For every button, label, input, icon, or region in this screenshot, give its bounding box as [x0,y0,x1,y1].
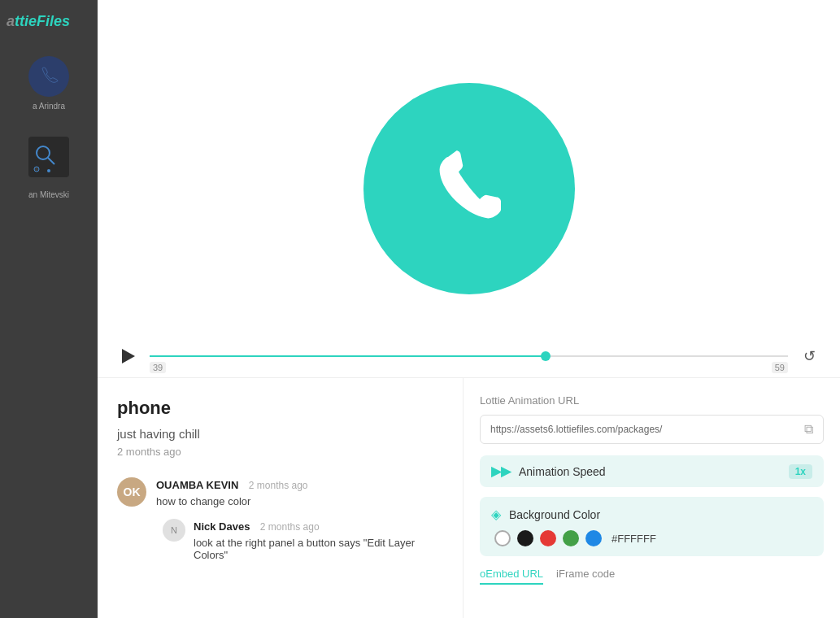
right-panel: Lottie Animation URL https://assets6.lot… [464,378,840,618]
svg-point-4 [34,167,39,172]
preview-area: 39 59 ↺ [98,0,840,378]
timeline-progress [150,355,546,357]
background-color-header: ◈ Background Color [491,507,812,522]
swatch-black[interactable] [517,530,533,546]
svg-point-5 [47,169,50,172]
frame-start-label: 39 [150,362,166,373]
comment-ouamba: OK OUAMBA KEVIN 2 months ago how to chan… [117,477,443,561]
background-color-row: ◈ Background Color #FFFFFF [480,497,824,556]
play-button[interactable] [117,345,140,368]
animation-preview [363,83,575,294]
timeline-track: 39 59 [150,355,788,357]
url-value: https://assets6.lottiefiles.com/packages… [490,424,798,435]
frame-end-label: 59 [772,362,788,373]
reply-time-nick: 2 months ago [260,521,320,533]
timeline-thumb[interactable] [541,351,551,361]
play-icon [122,349,135,363]
logo-prefix: a [7,13,15,29]
comment-body-ouamba: OUAMBA KEVIN 2 months ago how to change … [156,477,443,561]
comment-time-ouamba: 2 months ago [249,480,308,491]
background-color-icon: ◈ [491,507,501,522]
phone-animation-thumb [28,56,69,97]
avatar-ouamba: OK [117,477,146,507]
bottom-area: phone just having chill 2 months ago OK … [98,378,840,618]
swatch-blue[interactable] [585,530,602,546]
sidebar-user-arindra: a Arindra [33,102,65,111]
hex-value-display: #FFFFFF [612,533,656,545]
speed-label: Animation Speed [519,465,781,478]
comment-author-ouamba: OUAMBA KEVIN [156,479,238,491]
reply-nick: N Nick Daves 2 months ago look at the ri… [163,519,443,561]
speed-value: 1x [789,464,812,479]
sidebar-item-phone[interactable]: a Arindra [0,43,98,124]
sidebar-item-search[interactable]: an Mitevski [0,124,98,212]
sidebar-search-thumb [28,137,69,185]
url-row: https://assets6.lottiefiles.com/packages… [480,415,824,444]
replay-icon: ↺ [803,347,816,365]
animation-speed-row[interactable]: ▶▶ Animation Speed 1x [480,455,824,487]
replay-button[interactable]: ↺ [798,345,820,368]
swatch-red[interactable] [540,530,556,546]
sidebar-user-mitevski: an Mitevski [28,190,69,199]
swatch-white[interactable] [494,530,511,546]
modal-overlay: 39 59 ↺ phone just having chill 2 months… [98,0,840,618]
swatch-green[interactable] [563,530,579,546]
phone-animation-icon [416,136,522,242]
playback-controls: 39 59 ↺ [117,345,820,368]
reply-body-nick: Nick Daves 2 months ago look at the righ… [194,519,443,561]
embed-tabs: oEmbed URL iFrame code [480,568,824,585]
animation-date: 2 months ago [117,446,443,458]
comment-text-ouamba: how to change color [156,495,443,507]
sidebar-logo: attieFiles [0,0,98,43]
timeline-container[interactable]: 39 59 [150,355,788,357]
avatar-nick: N [163,519,185,542]
speed-icon: ▶▶ [491,464,511,479]
copy-icon[interactable]: ⧉ [804,422,813,437]
url-label: Lottie Animation URL [480,394,824,407]
reply-author-nick: Nick Daves [194,520,250,533]
tab-iframe[interactable]: iFrame code [556,568,615,585]
logo-brand: ttieFiles [15,13,70,29]
background-color-label: Background Color [509,508,600,521]
animation-description: just having chill [117,427,443,441]
svg-point-0 [28,56,69,97]
animation-title: phone [117,398,443,419]
color-swatches: #FFFFFF [494,530,812,546]
tab-oembed[interactable]: oEmbed URL [480,568,543,585]
sidebar-background: attieFiles a Arindra an Mitevski [0,0,98,618]
reply-text-nick: look at the right panel a button says "E… [194,537,443,561]
left-panel: phone just having chill 2 months ago OK … [98,378,464,618]
